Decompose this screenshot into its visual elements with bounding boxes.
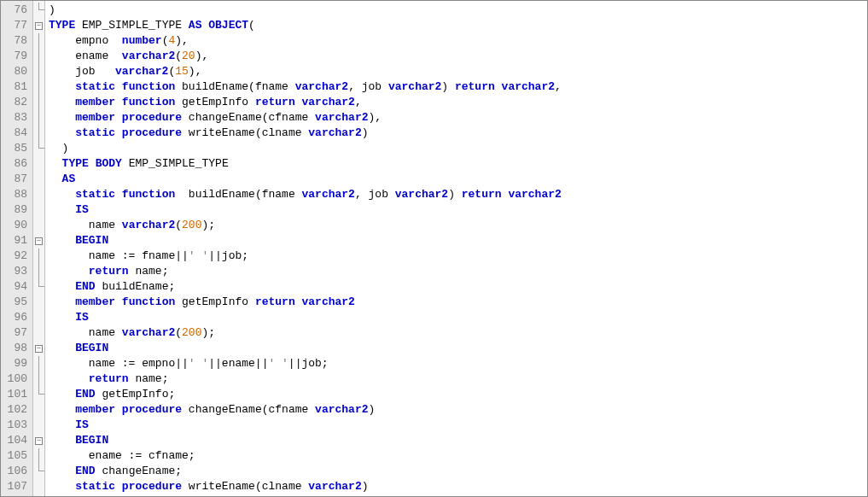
fold-cell xyxy=(33,371,44,387)
token-ident: writeEname(clname xyxy=(182,480,308,493)
code-line[interactable]: END changeEname; xyxy=(49,464,867,479)
code-line[interactable]: member function getEmpInfo return varcha… xyxy=(49,95,867,110)
token-ident xyxy=(49,80,75,93)
code-line[interactable]: END buildEname; xyxy=(49,279,867,295)
fold-cell xyxy=(33,33,44,49)
code-line[interactable]: job varchar2(15), xyxy=(49,64,867,79)
code-line[interactable]: name varchar2(200); xyxy=(49,325,867,341)
token-ident xyxy=(49,403,75,416)
fold-cell xyxy=(33,187,44,202)
fold-toggle-icon[interactable]: − xyxy=(35,22,43,30)
line-number: 87 xyxy=(3,172,27,187)
code-line[interactable]: name := fname||' '||job; xyxy=(49,248,867,264)
code-line[interactable]: IS xyxy=(49,418,867,433)
code-line[interactable]: member procedure changeEname(cfname varc… xyxy=(49,110,867,126)
line-number: 79 xyxy=(3,49,27,64)
token-ident xyxy=(495,80,502,93)
code-line[interactable]: return name; xyxy=(49,264,867,279)
fold-guide-icon xyxy=(38,264,39,279)
token-ident: ename := cfname; xyxy=(49,449,195,462)
token-pun: ), xyxy=(369,111,382,124)
code-line[interactable]: static function buildEname(fname varchar… xyxy=(49,79,867,95)
code-line[interactable]: member procedure changeEname(cfname varc… xyxy=(49,402,867,418)
token-ident: changeEname; xyxy=(96,465,182,477)
code-line[interactable]: AS xyxy=(49,172,867,187)
token-kw: BEGIN xyxy=(75,342,108,354)
token-pun: ( xyxy=(248,19,255,32)
code-line[interactable]: BEGIN xyxy=(49,433,867,448)
token-ident xyxy=(49,342,75,354)
code-line[interactable]: static function buildEname(fname varchar… xyxy=(49,187,867,202)
token-kw: END xyxy=(75,388,95,401)
token-kw: END xyxy=(75,280,95,293)
token-type: varchar2 xyxy=(122,219,175,231)
fold-guide-icon xyxy=(38,248,39,264)
fold-cell: − xyxy=(33,433,44,448)
fold-toggle-icon[interactable]: − xyxy=(35,437,43,445)
code-line[interactable]: empno number(4), xyxy=(49,33,867,49)
code-line[interactable]: IS xyxy=(49,202,867,218)
line-number: 94 xyxy=(3,279,27,295)
code-editor[interactable]: )TYPE EMP_SIMPLE_TYPE AS OBJECT( empno n… xyxy=(45,1,867,496)
token-pun: ) xyxy=(49,142,68,155)
token-ident xyxy=(295,295,302,308)
fold-cell xyxy=(33,3,44,18)
token-kw: procedure xyxy=(122,403,182,416)
token-kw: BODY xyxy=(96,157,122,170)
token-pun: ); xyxy=(201,219,215,231)
code-line[interactable]: ename varchar2(20), xyxy=(49,49,867,64)
fold-end-icon xyxy=(38,141,44,149)
code-line[interactable]: TYPE EMP_SIMPLE_TYPE AS OBJECT( xyxy=(49,18,867,33)
token-ident: job xyxy=(49,65,115,78)
token-ident xyxy=(49,111,75,124)
line-number: 97 xyxy=(3,325,27,341)
code-line[interactable]: BEGIN xyxy=(49,233,867,248)
token-type: varchar2 xyxy=(122,326,175,339)
token-kw: IS xyxy=(75,311,89,324)
fold-cell xyxy=(33,295,44,310)
token-kw: return xyxy=(89,265,129,278)
code-line[interactable]: member function getEmpInfo return varcha… xyxy=(49,295,867,310)
token-kw: function xyxy=(122,80,175,93)
token-ident: EMP_SIMPLE_TYPE xyxy=(122,157,229,170)
fold-cell xyxy=(33,418,44,433)
code-line[interactable]: END getEmpInfo; xyxy=(49,387,867,402)
code-line[interactable]: static procedure writeEname(clname varch… xyxy=(49,479,867,494)
token-str: ' ' xyxy=(268,357,288,370)
token-kw: static xyxy=(75,480,115,493)
token-kw: member xyxy=(75,96,115,108)
token-kw: member xyxy=(75,295,115,308)
fold-guide-icon xyxy=(38,49,39,64)
token-ident xyxy=(115,295,122,308)
token-num: 200 xyxy=(182,219,201,231)
line-number: 101 xyxy=(3,387,27,402)
code-line[interactable]: name varchar2(200); xyxy=(49,218,867,233)
code-line[interactable]: IS xyxy=(49,310,867,325)
code-line[interactable]: TYPE BODY EMP_SIMPLE_TYPE xyxy=(49,156,867,172)
token-ident xyxy=(49,465,75,477)
fold-cell xyxy=(33,402,44,418)
token-ident: getEmpInfo xyxy=(175,96,255,108)
line-number: 80 xyxy=(3,64,27,79)
token-num: 15 xyxy=(175,65,189,78)
token-ident xyxy=(49,157,62,170)
token-type: varchar2 xyxy=(508,188,561,201)
token-ident xyxy=(115,126,122,139)
token-ident xyxy=(115,111,122,124)
code-line[interactable]: BEGIN xyxy=(49,341,867,356)
line-number: 84 xyxy=(3,126,27,141)
fold-toggle-icon[interactable]: − xyxy=(35,237,43,245)
token-kw: BEGIN xyxy=(75,434,108,447)
code-line[interactable]: name := empno||' '||ename||' '||job; xyxy=(49,356,867,371)
code-line[interactable]: ) xyxy=(49,141,867,156)
code-line[interactable]: return name; xyxy=(49,371,867,387)
line-number: 86 xyxy=(3,156,27,172)
code-line[interactable]: ename := cfname; xyxy=(49,448,867,464)
code-line[interactable]: ) xyxy=(49,3,867,18)
token-ident: writeEname(clname xyxy=(182,126,308,139)
fold-cell xyxy=(33,49,44,64)
code-line[interactable]: static procedure writeEname(clname varch… xyxy=(49,126,867,141)
fold-guide-icon xyxy=(38,448,39,464)
fold-cell: − xyxy=(33,341,44,356)
fold-toggle-icon[interactable]: − xyxy=(35,345,43,353)
